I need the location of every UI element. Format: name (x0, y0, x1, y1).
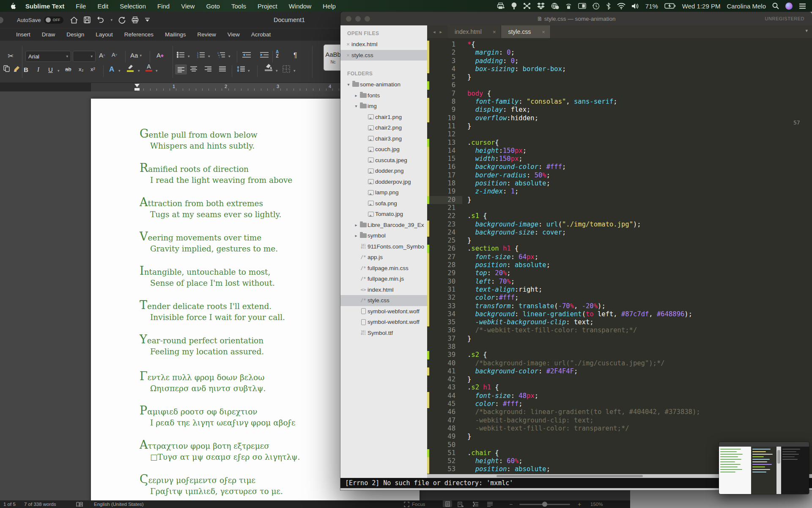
tab-index-html[interactable]: index.html× (448, 25, 501, 38)
scrollbar-handle[interactable] (497, 475, 643, 477)
camera-globe-icon[interactable] (551, 3, 559, 9)
dropbox-icon[interactable] (537, 3, 545, 9)
tree-item-symbol-webfont-woff[interactable]: symbol-webfont.woff (340, 317, 427, 328)
menubar-clock[interactable]: Wed 1:29 PM (682, 3, 721, 10)
tree-item-chair1-png[interactable]: chair1.png (340, 112, 427, 123)
display-icon[interactable] (578, 3, 586, 9)
subscript-button[interactable]: x₂ (79, 66, 84, 72)
preview-window-titlebar[interactable] (719, 442, 809, 447)
print-button[interactable] (132, 17, 139, 23)
outline-view-button[interactable] (473, 500, 479, 508)
draft-view-button[interactable] (487, 500, 493, 508)
ribbon-tab-mailings[interactable]: Mailings (165, 31, 186, 38)
grow-font-button[interactable]: A˄ (99, 52, 105, 59)
text-effects-button[interactable]: A (109, 65, 114, 74)
menu-sublime-text[interactable]: Sublime Text (25, 3, 64, 10)
tree-item-symbol-webfont-woff[interactable]: symbol-webfont.woff (340, 306, 427, 317)
align-center-button[interactable] (190, 66, 198, 72)
menu-help[interactable]: Help (323, 3, 336, 10)
font-size-select[interactable]: ▾ (73, 51, 96, 62)
decrease-indent-button[interactable] (242, 52, 251, 58)
zoom-in-button[interactable]: + (578, 500, 581, 508)
tree-item-chair2-png[interactable]: chair2.png (340, 122, 427, 133)
tree-item-app-js[interactable]: /*app.js (340, 252, 427, 263)
tree-item-fullpage-min-js[interactable]: /*fullpage.min.js (340, 273, 427, 284)
ribbon-tab-view[interactable]: View (228, 31, 240, 38)
save-button[interactable] (84, 17, 91, 23)
numbering-dropdown-icon[interactable]: ▾ (208, 54, 210, 58)
customize-toolbar-icon[interactable] (145, 17, 150, 22)
line-spacing-dropdown-icon[interactable]: ▾ (248, 69, 250, 73)
focus-button[interactable]: Focus (404, 500, 425, 508)
superscript-button[interactable]: x² (91, 66, 95, 72)
tree-item-cuscuta-jpeg[interactable]: cuscuta.jpeg (340, 155, 427, 166)
balloon-icon[interactable] (511, 3, 517, 9)
preview-window[interactable] (719, 442, 809, 494)
tab-overflow-dropdown-icon[interactable]: ▾ (805, 28, 808, 33)
change-case-button[interactable]: Aa ▾ (130, 52, 142, 59)
menu-tools[interactable]: Tools (231, 3, 246, 10)
tree-item-style-css[interactable]: /*style.css (340, 295, 427, 306)
tree-item-couch-jpg[interactable]: couch.jpg (340, 144, 427, 155)
increase-indent-button[interactable] (260, 52, 269, 58)
code-editor[interactable]: 1*{2 margin: 0;3 padding: 0;4 box-sizing… (427, 38, 812, 474)
tree-item-sofa-png[interactable]: sofa.png (340, 198, 427, 209)
line-spacing-button[interactable] (237, 66, 245, 72)
ribbon-tab-acrobat[interactable]: Acrobat (251, 31, 271, 38)
undo-dropdown-icon[interactable]: ▾ (110, 18, 112, 22)
menu-find[interactable]: Find (157, 3, 170, 10)
align-left-button[interactable] (175, 64, 187, 75)
tree-item-dodder-png[interactable]: dodder.png (340, 166, 427, 177)
apple-menu-icon[interactable] (6, 2, 19, 10)
borders-button[interactable] (283, 65, 290, 73)
zoom-out-button[interactable]: − (509, 500, 513, 508)
shrink-font-button[interactable]: A˅ (112, 52, 117, 58)
battery-icon[interactable] (664, 3, 676, 9)
shading-button[interactable] (265, 64, 272, 71)
menu-goto[interactable]: Goto (206, 3, 220, 10)
wifi-icon[interactable] (617, 3, 625, 9)
ribbon-tab-design[interactable]: Design (66, 31, 84, 38)
italic-button[interactable]: I (37, 66, 39, 73)
chevron-right-icon[interactable]: ▸ (353, 223, 359, 227)
menu-view[interactable]: View (181, 3, 195, 10)
tree-item-911fonts-com-symbo[interactable]: 101 011911Fonts.com_Symbo (340, 241, 427, 252)
font-color-button[interactable]: A (145, 64, 152, 72)
proofing-icon[interactable] (76, 500, 83, 508)
ribbon-tab-draw[interactable]: Draw (42, 31, 55, 38)
shading-dropdown-icon[interactable]: ▾ (276, 69, 278, 73)
menubar-user[interactable]: Carolina Melo (727, 3, 766, 10)
bullets-dropdown-icon[interactable]: ▾ (188, 54, 190, 58)
menu-project[interactable]: Project (258, 3, 277, 10)
word-count[interactable]: 7 of 338 words (24, 500, 56, 508)
menu-window[interactable]: Window (289, 3, 311, 10)
web-layout-view-button[interactable] (458, 500, 464, 508)
sort-button[interactable]: A Z (276, 50, 279, 58)
chevron-down-icon[interactable]: ▾ (346, 82, 351, 87)
sublime-titlebar[interactable]: 🗎 style.css — some-animation UNREGISTERE… (340, 12, 812, 25)
tree-item-img[interactable]: ▾img (340, 101, 427, 112)
justify-button[interactable] (219, 66, 226, 72)
underline-dropdown-icon[interactable]: ▾ (58, 69, 60, 73)
spotlight-search-icon[interactable] (772, 3, 779, 9)
tree-item-libre-barcode-39-ex[interactable]: ▸Libre_Barcode_39_Ex (340, 220, 427, 231)
tree-item-fonts[interactable]: ▸fonts (340, 90, 427, 101)
ribbon-tab-review[interactable]: Review (197, 31, 216, 38)
siri-icon[interactable] (785, 3, 793, 10)
ribbon-tab-layout[interactable]: Layout (96, 31, 113, 38)
copy-button[interactable] (3, 65, 10, 72)
highlight-dropdown-icon[interactable]: ▾ (138, 69, 140, 73)
menu-edit[interactable]: Edit (97, 3, 108, 10)
chevron-right-icon[interactable]: ▸ (353, 93, 359, 98)
text-effects-dropdown-icon[interactable]: ▾ (118, 69, 121, 73)
tree-item-some-animation[interactable]: ▾some-animation (340, 79, 427, 90)
pilcrow-button[interactable]: ¶ (294, 52, 297, 59)
tab-scroll-right-icon[interactable]: ▸ (440, 29, 442, 35)
numbering-button[interactable]: 123 (197, 52, 205, 58)
format-painter-button[interactable] (14, 65, 20, 72)
page-indicator[interactable]: 1 of 5 (3, 500, 16, 508)
tree-item-fullpage-min-css[interactable]: /*fullpage.min.css (340, 263, 427, 274)
tree-item-dodderpov-jpg[interactable]: dodderpov.jpg (340, 177, 427, 188)
chevron-down-icon[interactable]: ▾ (353, 104, 359, 108)
font-name-select[interactable]: Arial▾ (25, 51, 71, 62)
